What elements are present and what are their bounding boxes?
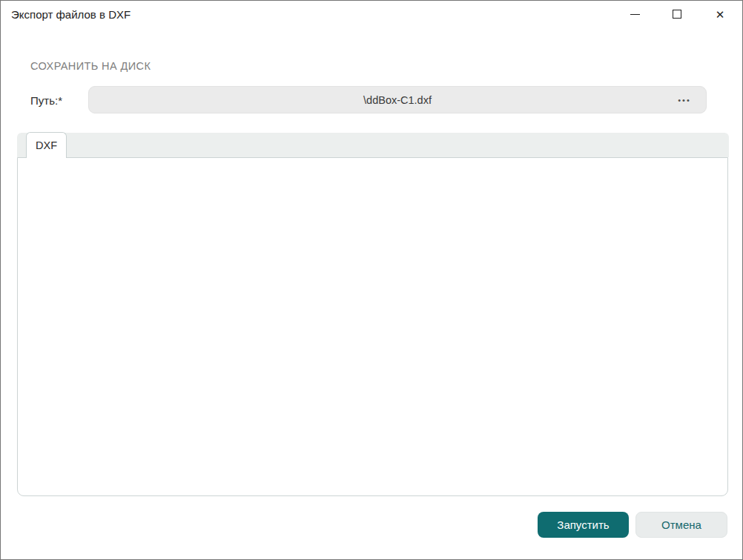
tab-strip (17, 133, 729, 157)
tab-dxf-label: DXF (36, 139, 57, 151)
tab-content-panel (17, 157, 728, 496)
browse-button[interactable]: ••• (672, 87, 697, 113)
run-button[interactable]: Запустить (538, 512, 629, 538)
maximize-icon (673, 10, 681, 19)
path-label: Путь:* (30, 94, 62, 107)
ellipsis-icon: ••• (678, 96, 691, 105)
export-dxf-dialog: Экспорт файлов в DXF ✕ СОХРАНИТЬ НА ДИСК… (0, 0, 743, 560)
path-value: \ddBox-C1.dxf (363, 94, 432, 106)
save-to-disk-heading: СОХРАНИТЬ НА ДИСК (30, 60, 151, 72)
close-button[interactable]: ✕ (704, 2, 736, 26)
minimize-icon (630, 14, 640, 15)
path-input[interactable]: \ddBox-C1.dxf ••• (88, 86, 707, 113)
close-icon: ✕ (716, 9, 725, 20)
minimize-button[interactable] (618, 2, 651, 26)
tab-dxf[interactable]: DXF (26, 132, 67, 158)
dialog-title: Экспорт файлов в DXF (11, 8, 131, 21)
cancel-button[interactable]: Отмена (635, 512, 727, 538)
maximize-button[interactable] (661, 2, 693, 26)
